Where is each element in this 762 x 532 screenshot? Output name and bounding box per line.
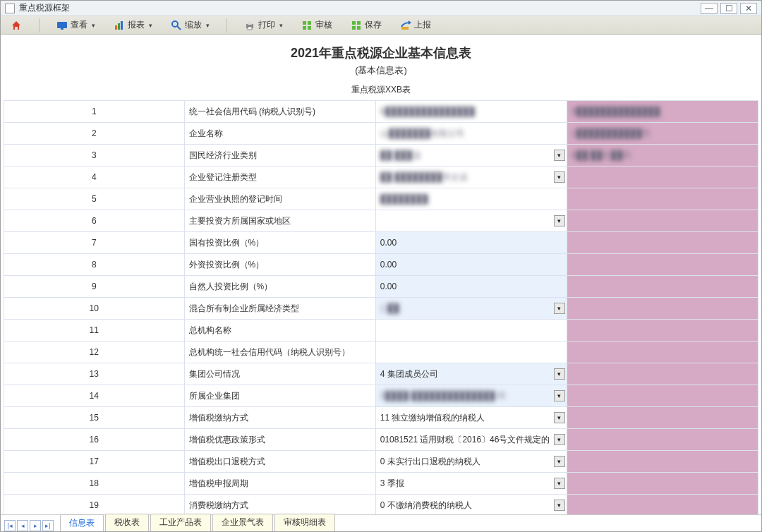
row-value-cell[interactable]: ▾: [375, 210, 567, 232]
window-icon: [5, 4, 15, 13]
tab-0[interactable]: 信息表: [60, 514, 104, 532]
dropdown-button[interactable]: ▾: [554, 412, 565, 423]
row-value-cell[interactable]: 0 未实行出口退税的纳税人▾: [375, 451, 567, 473]
table-row: 13集团公司情况4 集团成员公司▾: [4, 363, 758, 385]
row-value-cell[interactable]: ██ ███业▾: [375, 145, 567, 167]
row-label: 消费税缴纳方式: [184, 495, 375, 515]
row-value: 4 集团成员公司: [380, 369, 438, 379]
print-button[interactable]: 打印 ▾: [241, 18, 286, 32]
svg-rect-2: [115, 25, 117, 30]
audit-label: 审核: [315, 19, 332, 31]
row-number: 8: [4, 254, 185, 276]
row-number: 5: [4, 188, 185, 210]
submit-button[interactable]: 上报: [397, 18, 434, 32]
row-value-cell[interactable]: 3 季报▾: [375, 473, 567, 495]
dropdown-button[interactable]: ▾: [554, 434, 565, 445]
zoom-button[interactable]: 缩放 ▾: [168, 18, 212, 32]
row-number: 15: [4, 407, 185, 429]
row-label: 自然人投资比例（%）: [184, 276, 375, 298]
row-label: 增值税申报周期: [184, 473, 375, 495]
dropdown-button[interactable]: ▾: [554, 150, 565, 161]
table-row: 16增值税优惠政策形式01081521 适用财税〔2016〕46号文件规定的▾: [4, 429, 758, 451]
row-value-cell: 山███████有限公司: [375, 123, 567, 145]
tab-4[interactable]: 审核明细表: [274, 514, 335, 531]
row-value-cell[interactable]: 11 独立缴纳增值税的纳税人▾: [375, 407, 567, 429]
dropdown-button[interactable]: ▾: [554, 478, 565, 489]
table-row: 9自然人投资比例（%）0.00: [4, 276, 758, 298]
minimize-button[interactable]: —: [701, 3, 718, 14]
row-value-cell[interactable]: 3████ ██████████████ 司▾: [375, 385, 567, 407]
save-button[interactable]: 保存: [348, 18, 385, 32]
row-value: ██ ████████市企业: [380, 172, 468, 182]
row-number: 19: [4, 495, 185, 515]
row-number: 6: [4, 210, 185, 232]
tab-1[interactable]: 税收表: [105, 514, 149, 531]
tab-3[interactable]: 企业景气表: [212, 514, 273, 531]
row-number: 10: [4, 298, 185, 320]
audit-icon: [301, 20, 313, 31]
form-tablename: 重点税源XXB表: [4, 81, 758, 100]
svg-rect-16: [352, 26, 356, 30]
svg-rect-4: [121, 21, 123, 30]
nav-prev[interactable]: ◂: [17, 520, 28, 531]
row-compare-cell: 6██ ██托██司: [567, 145, 758, 167]
row-value-cell[interactable]: 0 不缴纳消费税的纳税人▾: [375, 495, 567, 515]
dropdown-button[interactable]: ▾: [554, 171, 565, 183]
table-row: 1统一社会信用代码 (纳税人识别号)9███████████████9█████…: [4, 101, 758, 123]
dropdown-button[interactable]: ▾: [554, 368, 565, 380]
view-button[interactable]: 查看 ▾: [54, 18, 98, 32]
row-compare-cell: [567, 407, 758, 429]
content-wrap[interactable]: 2021年重点税源企业基本信息表 (基本信息表) 重点税源XXB表 1统一社会信…: [1, 35, 761, 514]
nav-first[interactable]: |◂: [4, 520, 16, 531]
row-value: 0 不缴纳消费税的纳税人: [380, 500, 472, 510]
row-compare-cell: [567, 363, 758, 385]
row-value-cell[interactable]: 4 集团成员公司▾: [375, 363, 567, 385]
monitor-icon: [56, 20, 68, 31]
row-label: 总机构统一社会信用代码（纳税人识别号）: [184, 341, 375, 363]
row-compare-cell: [567, 210, 758, 232]
report-button[interactable]: 报表 ▾: [111, 18, 155, 32]
content: 2021年重点税源企业基本信息表 (基本信息表) 重点税源XXB表 1统一社会信…: [1, 35, 761, 514]
print-label: 打印: [258, 19, 275, 31]
row-value-cell: 9███████████████: [375, 101, 567, 123]
dropdown-button[interactable]: ▾: [554, 456, 565, 467]
row-value-cell[interactable]: ██ ████████市企业▾: [375, 167, 567, 188]
row-compare-cell: [567, 298, 758, 320]
dropdown-button[interactable]: ▾: [554, 500, 565, 511]
row-number: 1: [4, 101, 185, 123]
row-label: 国民经济行业类别: [184, 145, 375, 167]
row-value: 0 未实行出口退税的纳税人: [380, 457, 480, 466]
zoom-icon: [171, 20, 182, 31]
svg-rect-14: [352, 21, 356, 25]
nav-last[interactable]: ▸|: [42, 520, 54, 531]
dropdown-button[interactable]: ▾: [554, 215, 565, 226]
row-label: 企业登记注册类型: [184, 167, 375, 188]
row-value-cell[interactable]: 0.00: [375, 276, 567, 298]
dropdown-button[interactable]: ▾: [554, 303, 565, 314]
row-value-cell[interactable]: 1 ██▾: [375, 298, 567, 320]
row-compare-value: L███████████司: [572, 128, 651, 138]
row-value-cell[interactable]: 0.00: [375, 232, 567, 254]
row-compare-cell: [567, 232, 758, 254]
row-number: 12: [4, 341, 185, 363]
row-value: 0.00: [380, 282, 397, 291]
svg-rect-12: [303, 26, 306, 30]
row-value-cell[interactable]: 0.00: [375, 254, 567, 276]
row-value-cell[interactable]: 01081521 适用财税〔2016〕46号文件规定的▾: [375, 429, 567, 451]
nav-next[interactable]: ▸: [30, 520, 41, 531]
svg-point-5: [172, 21, 178, 27]
close-button[interactable]: ✕: [740, 3, 757, 14]
row-compare-cell: [567, 429, 758, 451]
home-button[interactable]: [8, 18, 25, 32]
maximize-button[interactable]: ☐: [720, 3, 737, 14]
report-icon: [114, 20, 125, 31]
row-number: 3: [4, 145, 185, 167]
table-row: 17增值税出口退税方式0 未实行出口退税的纳税人▾: [4, 451, 758, 473]
row-label: 增值税出口退税方式: [184, 451, 375, 473]
tab-2[interactable]: 工业产品表: [150, 514, 211, 531]
dropdown-button[interactable]: ▾: [554, 390, 565, 401]
caret-down-icon: ▾: [149, 22, 152, 29]
audit-button[interactable]: 审核: [298, 18, 335, 32]
svg-rect-15: [357, 21, 361, 25]
submit-icon: [400, 20, 411, 31]
